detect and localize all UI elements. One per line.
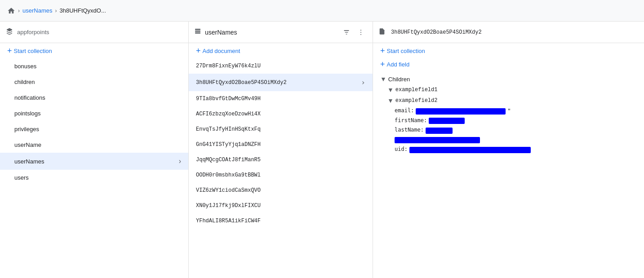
mid-panel: userNames + Add document 27Drm8FixnEyW76… xyxy=(189,22,373,278)
redacted-bar-ln xyxy=(426,128,453,134)
document-item[interactable]: 9TIa8bvfGtDwMcGMv49H xyxy=(189,91,373,106)
document-header-icon xyxy=(378,28,386,36)
mid-panel-actions xyxy=(340,26,367,39)
redacted-bar-ex xyxy=(395,137,480,143)
collection-label: pointslogs xyxy=(14,110,41,117)
email-field-row: email: " xyxy=(373,106,644,116)
children-label: Children xyxy=(388,76,410,83)
mid-panel-header: userNames xyxy=(189,22,373,43)
document-item[interactable]: VIZ6zWY1ciodCaSmxQVO xyxy=(189,183,373,198)
collection-header-icon xyxy=(194,28,201,36)
doc-label: EnvqTsJfyHInHSqKtxFq xyxy=(196,126,261,132)
document-item[interactable]: GnG41YISTyYjq1aDNZFH xyxy=(189,137,373,152)
lastname-key: lastName: xyxy=(395,127,424,133)
svg-point-7 xyxy=(360,32,361,33)
right-panel-title: 3h8UHFtQyxdO2Boae5P4SOiMXdy2 xyxy=(391,29,482,35)
lastname-field-row: lastName: xyxy=(373,125,644,135)
left-panel: appforpoints + Start collection bonusesc… xyxy=(0,22,189,278)
doc-label: XN0y1J17fkj9DxlFIXCU xyxy=(196,203,261,209)
uid-key: uid: xyxy=(395,146,408,152)
chevron-right-icon: › xyxy=(179,157,181,165)
examplefield1-expand[interactable]: ▼ examplefield1 xyxy=(373,84,644,95)
chevron-down-icon-3: ▼ xyxy=(387,97,394,104)
right-panel: 3h8UHFtQyxdO2Boae5P4SOiMXdy2 + Start col… xyxy=(373,22,644,278)
document-item[interactable]: ACFI6zbzqXoeDzowHi4X xyxy=(189,106,373,122)
plus-icon-rc: + xyxy=(380,47,385,55)
uid-value-redacted xyxy=(409,146,531,153)
document-list: 27Drm8FixnEyW76k4zlU3h8UHFtQyxdO2Boae5P4… xyxy=(189,58,373,278)
uid-field-row: uid: xyxy=(373,145,644,154)
doc-label: 27Drm8FixnEyW76k4zlU xyxy=(196,63,261,69)
document-item[interactable]: 3h8UHFtQyxdO2Boae5P4SOiMXdy2› xyxy=(189,74,373,91)
firstname-field-row: firstName: xyxy=(373,116,644,126)
lastname-value-redacted xyxy=(426,127,453,134)
right-start-collection-button[interactable]: + Start collection xyxy=(373,43,644,58)
home-icon[interactable] xyxy=(7,7,15,15)
add-document-button[interactable]: + Add document xyxy=(189,43,373,58)
appforpoints-icon xyxy=(5,27,13,37)
extra-value-redacted xyxy=(395,137,480,144)
plus-icon: + xyxy=(7,47,12,55)
collection-label: bonuses xyxy=(14,63,36,70)
document-item[interactable]: YFhdALI8R5A1ikFiCW4F xyxy=(189,213,373,229)
doc-label: 3h8UHFtQyxdO2Boae5P4SOiMXdy2 xyxy=(196,79,287,86)
sidebar-item-pointslogs[interactable]: pointslogs xyxy=(0,106,188,121)
document-item[interactable]: JqqMQcgCOAtJ8fiManR5 xyxy=(189,152,373,168)
breadcrumb-doc-id: 3h8UHFtQyxdO... xyxy=(59,7,106,14)
breadcrumb-sep-2: › xyxy=(55,8,57,14)
svg-rect-2 xyxy=(195,32,200,34)
mid-panel-title: userNames xyxy=(205,29,237,36)
doc-label: 9TIa8bvfGtDwMcGMv49H xyxy=(196,96,261,102)
redacted-bar xyxy=(416,108,506,115)
sidebar-item-userName[interactable]: userName xyxy=(0,137,188,153)
quote-mark: " xyxy=(507,107,511,114)
sidebar-item-bonuses[interactable]: bonuses xyxy=(0,58,188,74)
chevron-down-icon: ▼ xyxy=(380,75,386,83)
plus-icon-af: + xyxy=(380,60,385,68)
start-collection-button[interactable]: + Start collection xyxy=(0,43,188,58)
examplefield2-expand[interactable]: ▼ examplefield2 xyxy=(373,95,644,106)
firstname-value-redacted xyxy=(429,117,465,124)
collection-label: userName xyxy=(14,141,41,148)
doc-label: GnG41YISTyYjq1aDNZFH xyxy=(196,141,261,148)
sidebar-item-children[interactable]: children xyxy=(0,74,188,90)
more-options-button[interactable] xyxy=(355,26,367,39)
doc-label: ACFI6zbzqXoeDzowHi4X xyxy=(196,111,261,117)
document-item[interactable]: OODH0r0msbhxGa9tBBWl xyxy=(189,168,373,183)
doc-label: YFhdALI8R5A1ikFiCW4F xyxy=(196,218,261,224)
collection-label: users xyxy=(14,174,29,181)
sidebar-item-notifications[interactable]: notifications xyxy=(0,90,188,106)
add-field-button[interactable]: + Add field xyxy=(373,58,644,70)
collection-list: bonuseschildrennotificationspointslogspr… xyxy=(0,58,188,278)
sidebar-item-privileges[interactable]: privileges xyxy=(0,121,188,137)
document-item[interactable]: XN0y1J17fkj9DxlFIXCU xyxy=(189,198,373,213)
breadcrumb-sep-1: › xyxy=(18,8,20,14)
sidebar-item-users[interactable]: users xyxy=(0,170,188,185)
document-item[interactable]: 27Drm8FixnEyW76k4zlU xyxy=(189,58,373,74)
right-panel-header: 3h8UHFtQyxdO2Boae5P4SOiMXdy2 xyxy=(373,22,644,43)
right-start-collection-label: Start collection xyxy=(387,48,425,54)
breadcrumb-bar: › userNames › 3h8UHFtQyxdO... xyxy=(0,0,644,22)
start-collection-label: Start collection xyxy=(14,48,52,54)
field-list: ▼ Children ▼ examplefield1 ▼ examplefiel… xyxy=(373,70,644,278)
collection-label: userNames xyxy=(14,158,44,165)
examplefield1-label: examplefield1 xyxy=(395,87,438,93)
redacted-bar-fn xyxy=(429,118,465,124)
extra-field-row xyxy=(373,135,644,145)
svg-point-6 xyxy=(360,30,361,31)
sidebar-item-userNames[interactable]: userNames› xyxy=(0,153,188,170)
document-item[interactable]: EnvqTsJfyHInHSqKtxFq xyxy=(189,122,373,137)
breadcrumb-usernames[interactable]: userNames xyxy=(22,7,52,14)
email-value-redacted: " xyxy=(416,107,511,115)
chevron-down-icon-2: ▼ xyxy=(387,86,394,93)
add-document-label: Add document xyxy=(203,48,240,54)
collection-label: notifications xyxy=(14,94,45,101)
email-key: email: xyxy=(395,107,414,114)
firstname-key: firstName: xyxy=(395,117,427,124)
plus-icon-doc: + xyxy=(196,47,201,55)
children-expand[interactable]: ▼ Children xyxy=(373,74,644,84)
filter-button[interactable] xyxy=(340,26,353,39)
chevron-right-icon-doc: › xyxy=(361,78,365,87)
main-layout: appforpoints + Start collection bonusesc… xyxy=(0,22,644,278)
left-panel-header: appforpoints xyxy=(0,22,188,43)
